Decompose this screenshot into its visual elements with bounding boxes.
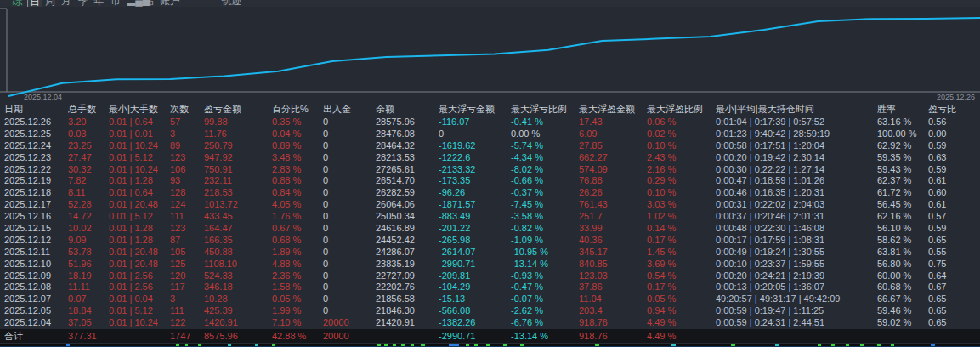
- tab-retain[interactable]: 留: [144, 0, 155, 7]
- cell: 524.33: [204, 270, 272, 282]
- table-total-row[interactable]: 合计377.3117478575.9642.88 %20000-2990.71-…: [0, 329, 980, 343]
- cell: -8.02 %: [511, 164, 579, 176]
- cell: 3.20: [68, 117, 109, 128]
- cell: 18.84: [68, 305, 109, 317]
- table-row[interactable]: 2025.12.1752.280.01 | 20.481241013.724.0…: [0, 199, 980, 211]
- cell: 0.01 | 20.48: [109, 247, 170, 259]
- tab-month[interactable]: 月: [61, 0, 71, 7]
- table-row[interactable]: 2025.12.197.820.01 | 1.2893232.110.88 %0…: [0, 175, 980, 187]
- strip-tick: [891, 344, 894, 346]
- cell: -0.66 %: [511, 175, 579, 187]
- cell: 0.01 | 0.64: [109, 187, 170, 199]
- cell: 3.48 %: [272, 152, 323, 164]
- tab-week[interactable]: 周: [45, 0, 55, 7]
- cell: 22727.09: [376, 270, 439, 282]
- cell: 111: [170, 211, 204, 223]
- cell: 0.01 | 1.28: [109, 235, 170, 247]
- tab-year[interactable]: 年: [93, 0, 104, 7]
- cell: 0.67: [928, 282, 980, 293]
- cell: 21420.91: [376, 317, 439, 329]
- cell: 425.39: [204, 305, 272, 317]
- cell: 23835.19: [376, 259, 439, 270]
- header-cell: 最大浮亏比例: [511, 102, 579, 117]
- cell: 0:00:10 | 0:23:37 | 1:59:55: [716, 259, 877, 270]
- cell: 2025.12.11: [4, 247, 68, 259]
- tab-market[interactable]: 市: [110, 0, 121, 7]
- cell: 0.67 %: [272, 223, 323, 235]
- cell: 0.01 | 1.28: [109, 175, 170, 187]
- cell: 203.4: [579, 305, 647, 317]
- strip-tick: [185, 344, 188, 346]
- table-row[interactable]: 2025.12.2423.250.01 | 10.2489250.790.89 …: [0, 140, 980, 152]
- cell: 0.65: [928, 293, 980, 305]
- cell: 125: [170, 259, 204, 270]
- cell: 63.16 %: [877, 117, 928, 128]
- tab-summary[interactable]: 综: [12, 0, 22, 7]
- table-row[interactable]: 2025.12.129.090.01 | 1.2887166.350.68 %0…: [0, 235, 980, 247]
- table-row[interactable]: 2025.12.250.030.01 | 0.01311.760.04 %028…: [0, 128, 980, 140]
- cell: -0.41 %: [511, 117, 579, 128]
- tab-day[interactable]: 日: [27, 0, 42, 7]
- cell: 0: [323, 282, 376, 293]
- cell: 574.09: [579, 164, 647, 176]
- table-row[interactable]: 2025.12.263.200.01 | 0.645799.880.35 %02…: [0, 117, 980, 128]
- cell: 840.85: [579, 259, 647, 270]
- cell: 918.76: [579, 317, 647, 329]
- table-row[interactable]: 2025.12.0918.190.01 | 2.56120524.332.36 …: [0, 270, 980, 282]
- cell: 62.92 %: [877, 140, 928, 152]
- cell: -10.95 %: [511, 247, 579, 259]
- cell: 0.07: [68, 293, 109, 305]
- tab-quarter[interactable]: 季: [78, 0, 88, 7]
- cell: 23.25: [68, 140, 109, 152]
- strip-tick: [421, 344, 425, 346]
- cell: 1013.72: [204, 199, 272, 211]
- cell: -0.82 %: [511, 223, 579, 235]
- cell: -2990.71: [439, 329, 511, 343]
- cell: 2025.12.16: [4, 211, 68, 223]
- table-row[interactable]: 2025.12.2230.320.01 | 10.24106750.912.83…: [0, 164, 980, 176]
- strip-tick: [384, 344, 388, 346]
- cell: 62.37 %: [877, 175, 928, 187]
- tab-trace[interactable]: 轨迹: [221, 0, 241, 7]
- table-row[interactable]: 2025.12.0518.840.01 | 5.12111425.391.99 …: [0, 305, 980, 317]
- cell: 124: [170, 199, 204, 211]
- cell: 0.01 | 20.48: [109, 199, 170, 211]
- cell: 0:00:20 | 0:19:42 | 2:30:14: [716, 152, 877, 164]
- cell: 0.01 | 5.12: [109, 305, 170, 317]
- cell: 2025.12.04: [4, 317, 68, 329]
- cell: 0.55: [928, 247, 980, 259]
- cell: -1.09 %: [511, 235, 579, 247]
- cell: 0:00:47 | 0:18:59 | 1:01:26: [716, 175, 877, 187]
- cell: 0: [323, 247, 376, 259]
- table-row[interactable]: 2025.12.0811.110.01 | 2.56117346.181.58 …: [0, 282, 980, 293]
- table-row[interactable]: 2025.12.1614.720.01 | 5.12111433.451.76 …: [0, 211, 980, 223]
- cell: 24452.42: [376, 235, 439, 247]
- cell: 24616.89: [376, 223, 439, 235]
- strip-tick: [775, 344, 779, 346]
- cell: -883.49: [439, 211, 511, 223]
- cell: 123: [170, 223, 204, 235]
- table-row[interactable]: 2025.12.0437.050.01 | 10.241221420.917.1…: [0, 317, 980, 329]
- daily-stats-table: 日期总手数最小|大手数次数盈亏金额百分比%出入金余额最大浮亏金额最大浮亏比例最大…: [0, 102, 980, 343]
- cell: 947.92: [204, 152, 272, 164]
- cell: 346.18: [204, 282, 272, 293]
- cell: 21846.30: [376, 305, 439, 317]
- cell: 166.35: [204, 235, 272, 247]
- bottom-strip: [0, 344, 980, 347]
- table-row[interactable]: 2025.12.070.070.01 | 0.04310.280.05 %021…: [0, 293, 980, 305]
- header-cell: 总手数: [68, 102, 109, 117]
- table-row[interactable]: 2025.12.1510.020.01 | 1.28123164.470.67 …: [0, 223, 980, 235]
- table-row[interactable]: 2025.12.188.110.01 | 0.64128218.530.84 %…: [0, 187, 980, 199]
- cell: 377.31: [68, 329, 109, 343]
- cell: 450.88: [204, 247, 272, 259]
- table-row[interactable]: 2025.12.1153.780.01 | 20.48105450.881.89…: [0, 247, 980, 259]
- cell: -4.34 %: [511, 152, 579, 164]
- cell: 0.10 %: [647, 140, 716, 152]
- cell: 62.16 %: [877, 211, 928, 223]
- table-row[interactable]: 2025.12.1051.960.01 | 20.481251108.104.8…: [0, 259, 980, 270]
- cell: 0: [323, 117, 376, 128]
- cell: 2025.12.05: [4, 305, 68, 317]
- cell: 4.49 %: [647, 317, 716, 329]
- tab-account[interactable]: 账户: [160, 0, 180, 7]
- table-row[interactable]: 2025.12.2327.470.01 | 5.12123947.923.48 …: [0, 152, 980, 164]
